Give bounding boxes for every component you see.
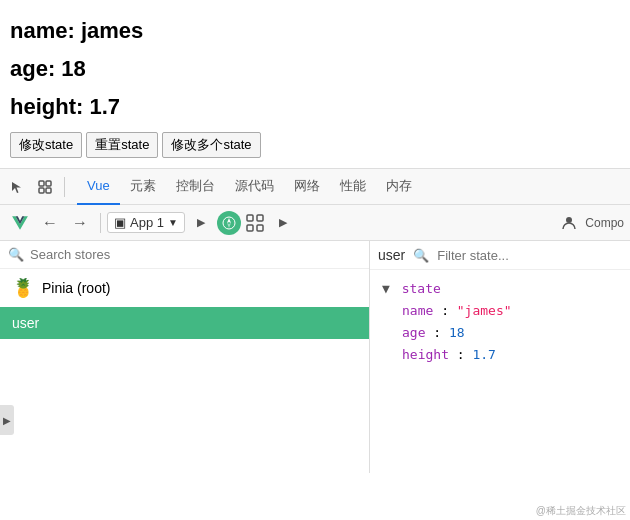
vue-logo-icon[interactable] (6, 209, 34, 237)
nav-right-icon[interactable]: ▶ (187, 209, 215, 237)
height-row: height : 1.7 (382, 344, 618, 366)
svg-rect-10 (257, 225, 263, 231)
height-value: 1.7 (472, 347, 495, 362)
filter-icon: 🔍 (413, 248, 429, 263)
reset-state-button[interactable]: 重置state (86, 132, 158, 158)
main-panel: 🔍 🍍 Pinia (root) user user 🔍 (0, 241, 630, 473)
pinia-root-icon: 🍍 (12, 277, 34, 299)
modify-state-button[interactable]: 修改state (10, 132, 82, 158)
svg-rect-8 (257, 215, 263, 221)
filter-state-input[interactable] (437, 248, 605, 263)
tab-bar: Vue 元素 控制台 源代码 网络 性能 内存 (0, 169, 630, 205)
tab-console[interactable]: 控制台 (166, 169, 225, 205)
state-tree: ▼ state name : "james" age : 18 heig (370, 270, 630, 374)
tab-memory[interactable]: 内存 (376, 169, 422, 205)
svg-rect-2 (39, 188, 44, 193)
svg-rect-9 (247, 225, 253, 231)
forward-button[interactable]: → (66, 209, 94, 237)
app-selector-icon: ▣ (114, 215, 126, 230)
app-selector[interactable]: ▣ App 1 ▼ (107, 212, 185, 233)
pinia-root-item[interactable]: 🍍 Pinia (root) (0, 269, 369, 307)
age-row: age : 18 (382, 322, 618, 344)
search-stores-input[interactable] (30, 247, 361, 262)
tab-performance[interactable]: 性能 (330, 169, 376, 205)
watermark: @稀土掘金技术社区 (536, 504, 626, 518)
name-display: name: james (10, 18, 610, 44)
cursor-icon[interactable] (4, 174, 30, 200)
modify-multi-state-button[interactable]: 修改多个state (162, 132, 260, 158)
left-panel: 🔍 🍍 Pinia (root) user (0, 241, 370, 473)
pinia-icon[interactable] (243, 211, 267, 235)
store-list: 🍍 Pinia (root) user (0, 269, 369, 473)
search-bar: 🔍 (0, 241, 369, 269)
right-panel: user 🔍 ▼ state name : "james" ag (370, 241, 630, 473)
inspect-icon[interactable] (32, 174, 58, 200)
svg-rect-0 (39, 181, 44, 186)
side-expand-arrow[interactable]: ▶ (0, 405, 14, 435)
devtools-panel: Vue 元素 控制台 源代码 网络 性能 内存 (0, 168, 630, 473)
person-icon[interactable] (555, 209, 583, 237)
back-button[interactable]: ← (36, 209, 64, 237)
tab-elements[interactable]: 元素 (120, 169, 166, 205)
router-icon[interactable] (217, 211, 241, 235)
store-name-badge: user (378, 247, 405, 263)
svg-rect-3 (46, 188, 51, 193)
height-display: height: 1.7 (10, 94, 610, 120)
state-label: state (402, 281, 441, 296)
colon-2: : (433, 325, 449, 340)
name-value: "james" (457, 303, 512, 318)
right-header: user 🔍 (370, 241, 630, 270)
buttons-row: 修改state 重置state 修改多个state (10, 132, 610, 158)
pinia-root-label: Pinia (root) (42, 280, 110, 296)
svg-marker-5 (227, 218, 231, 223)
tab-sources[interactable]: 源代码 (225, 169, 284, 205)
user-store-label: user (12, 315, 39, 331)
top-content: name: james age: 18 height: 1.7 修改state … (0, 0, 630, 168)
compo-label[interactable]: Compo (585, 216, 624, 230)
tab-divider (64, 177, 65, 197)
tab-network[interactable]: 网络 (284, 169, 330, 205)
svg-rect-1 (46, 181, 51, 186)
age-display: age: 18 (10, 56, 610, 82)
search-icon: 🔍 (8, 247, 24, 262)
dropdown-icon: ▼ (168, 217, 178, 228)
colon-3: : (457, 347, 473, 362)
state-root-row: ▼ state (382, 278, 618, 300)
svg-point-11 (566, 217, 572, 223)
triangle-icon: ▼ (382, 281, 390, 296)
age-value: 18 (449, 325, 465, 340)
tab-icon-group (4, 174, 69, 200)
app-selector-label: App 1 (130, 215, 164, 230)
name-key: name (402, 303, 433, 318)
height-key: height (402, 347, 449, 362)
age-key: age (402, 325, 425, 340)
nav-right-2-icon[interactable]: ▶ (269, 209, 297, 237)
toolbar-row: ← → ▣ App 1 ▼ ▶ (0, 205, 630, 241)
tab-vue[interactable]: Vue (77, 169, 120, 205)
name-row: name : "james" (382, 300, 618, 322)
svg-marker-6 (227, 223, 231, 228)
user-store-item[interactable]: user (0, 307, 369, 339)
colon-1: : (441, 303, 457, 318)
toolbar-divider (100, 213, 101, 233)
svg-rect-7 (247, 215, 253, 221)
